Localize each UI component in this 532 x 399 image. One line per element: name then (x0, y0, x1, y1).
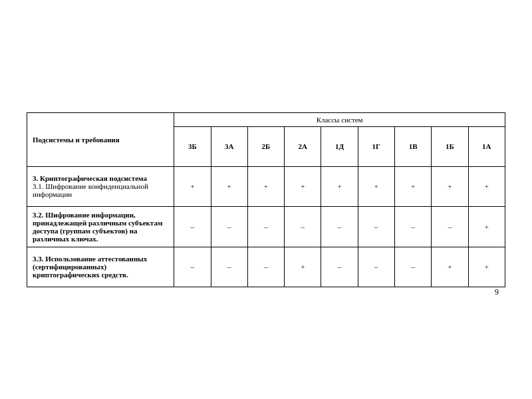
cell-r1-c0: – (174, 206, 211, 247)
cell-r1-c3: – (285, 206, 321, 247)
column-header-1Г: 1Г (358, 126, 394, 166)
cell-r0-c8: + (468, 166, 505, 206)
column-header-1Б: 1Б (432, 126, 468, 166)
column-header-3А: 3А (211, 126, 247, 166)
classes-header-text: Классы систем (317, 116, 363, 124)
cell-r2-c5: – (358, 247, 394, 287)
table-row: 3. Криптографическая подсистема3.1. Шифр… (27, 166, 505, 206)
page-number: 9 (495, 287, 499, 297)
cell-r1-c6: – (395, 206, 432, 247)
table-row: 3.3. Использование аттестованных (сертиф… (27, 247, 505, 287)
cell-r2-c2: – (247, 247, 284, 287)
subsystems-header: Подсистемы и требования (27, 112, 174, 166)
cell-r1-c8: + (468, 206, 505, 247)
subsystems-header-text: Подсистемы и требования (33, 136, 120, 144)
cell-r2-c3: + (285, 247, 321, 287)
column-header-1В: 1В (395, 126, 432, 166)
cell-r1-c4: – (321, 206, 358, 247)
cell-r0-c5: + (358, 166, 394, 206)
row-label-1: 3.2. Шифрование информации, принадлежаще… (27, 206, 174, 247)
cell-r1-c1: – (211, 206, 247, 247)
cell-r0-c1: + (211, 166, 247, 206)
column-header-2Б: 2Б (247, 126, 284, 166)
column-header-2А: 2А (285, 126, 321, 166)
column-header-1Д: 1Д (321, 126, 358, 166)
cell-r0-c4: + (321, 166, 358, 206)
cell-r2-c0: – (174, 247, 211, 287)
column-header-1А: 1А (468, 126, 505, 166)
row-label-2: 3.3. Использование аттестованных (сертиф… (27, 247, 174, 287)
cell-r2-c7: + (432, 247, 468, 287)
table-body: 3. Криптографическая подсистема3.1. Шифр… (27, 166, 505, 287)
cell-r0-c7: + (432, 166, 468, 206)
cell-r0-c6: + (395, 166, 432, 206)
column-header-3Б: 3Б (174, 126, 211, 166)
cell-r2-c8: + (468, 247, 505, 287)
row-label-0: 3. Криптографическая подсистема3.1. Шифр… (27, 166, 174, 206)
cell-r0-c0: + (174, 166, 211, 206)
cell-r1-c2: – (247, 206, 284, 247)
cell-r1-c5: – (358, 206, 394, 247)
cell-r2-c4: – (321, 247, 358, 287)
cell-r1-c7: – (432, 206, 468, 247)
cell-r0-c2: + (247, 166, 284, 206)
cell-r2-c6: – (395, 247, 432, 287)
classes-header: Классы систем (174, 112, 505, 126)
cell-r2-c1: – (211, 247, 247, 287)
cell-r0-c3: + (285, 166, 321, 206)
table-row: 3.2. Шифрование информации, принадлежаще… (27, 206, 505, 247)
